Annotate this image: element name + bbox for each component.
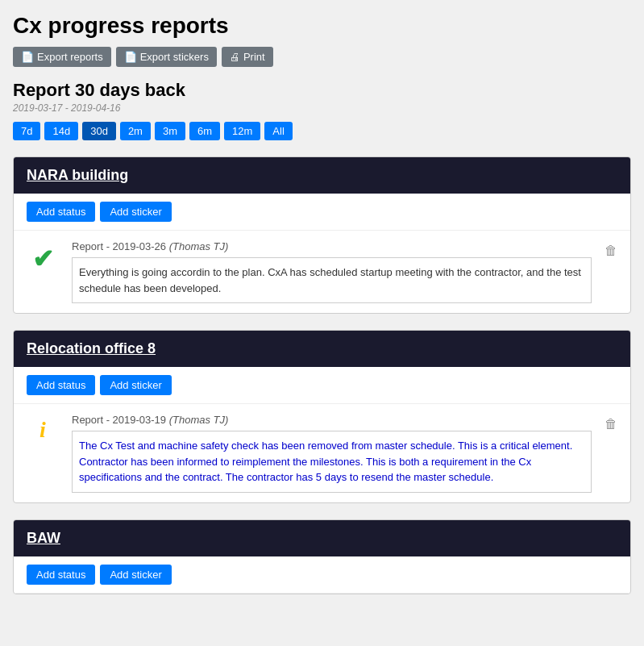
report-heading: Report 30 days back [13,80,631,101]
add-sticker-button-baw[interactable]: Add sticker [100,565,171,585]
report-text-relocation-0: The Cx Test and machine safety check has… [72,431,592,493]
print-icon: 🖨 [230,51,240,63]
export-icon: 📄 [21,51,34,63]
section-actions-relocation: Add statusAdd sticker [14,367,630,404]
report-content-nara-0: Report - 2019-03-26 (Thomas TJ)Everythin… [72,240,592,303]
delete-icon[interactable]: 🗑 [605,417,617,431]
report-content-relocation-0: Report - 2019-03-19 (Thomas TJ)The Cx Te… [72,414,592,493]
add-status-button-nara[interactable]: Add status [27,202,95,222]
export-reports-button[interactable]: 📄 Export reports [13,47,111,67]
section-header-relocation: Relocation office 8 [14,331,630,367]
section-title-nara: NARA building [27,167,617,184]
report-meta-nara-0: Report - 2019-03-26 (Thomas TJ) [72,240,592,252]
period-all[interactable]: All [264,122,292,140]
print-button[interactable]: 🖨 Print [222,47,273,67]
sections-container: NARA buildingAdd statusAdd sticker✔Repor… [13,156,631,594]
period-14d[interactable]: 14d [44,122,78,140]
date-range: 2019-03-17 - 2019-04-16 [13,102,631,114]
export-stickers-button[interactable]: 📄 Export stickers [116,47,217,67]
add-sticker-button-nara[interactable]: Add sticker [100,202,171,222]
add-sticker-button-relocation[interactable]: Add sticker [100,375,171,395]
section-actions-baw: Add statusAdd sticker [14,556,630,594]
period-30d[interactable]: 30d [82,122,116,140]
period-6m[interactable]: 6m [189,122,220,140]
report-entry-relocation-0: iReport - 2019-03-19 (Thomas TJ)The Cx T… [14,404,630,502]
section-header-baw: BAW [14,520,630,556]
section-baw: BAWAdd statusAdd sticker [13,519,631,594]
page-title: Cx progress reports [13,13,631,39]
section-actions-nara: Add statusAdd sticker [14,194,630,231]
delete-icon[interactable]: 🗑 [605,244,617,258]
add-status-button-relocation[interactable]: Add status [27,375,95,395]
sticker-icon: 📄 [124,51,137,63]
section-relocation: Relocation office 8Add statusAdd sticker… [13,330,631,503]
info-icon: i [27,417,59,443]
section-title-baw: BAW [27,530,617,547]
period-buttons: 7d 14d 30d 2m 3m 6m 12m All [13,122,631,140]
add-status-button-baw[interactable]: Add status [27,565,95,585]
period-3m[interactable]: 3m [155,122,185,140]
period-7d[interactable]: 7d [13,122,40,140]
report-meta-relocation-0: Report - 2019-03-19 (Thomas TJ) [72,414,592,426]
section-header-nara: NARA building [14,157,630,194]
report-text-nara-0: Everything is going accordin to the plan… [72,257,592,303]
section-nara: NARA buildingAdd statusAdd sticker✔Repor… [13,156,631,314]
check-icon: ✔ [27,244,59,274]
period-12m[interactable]: 12m [224,122,260,140]
toolbar: 📄 Export reports 📄 Export stickers 🖨 Pri… [13,47,631,67]
section-title-relocation: Relocation office 8 [27,340,617,357]
report-entry-nara-0: ✔Report - 2019-03-26 (Thomas TJ)Everythi… [14,231,630,313]
period-2m[interactable]: 2m [120,122,151,140]
